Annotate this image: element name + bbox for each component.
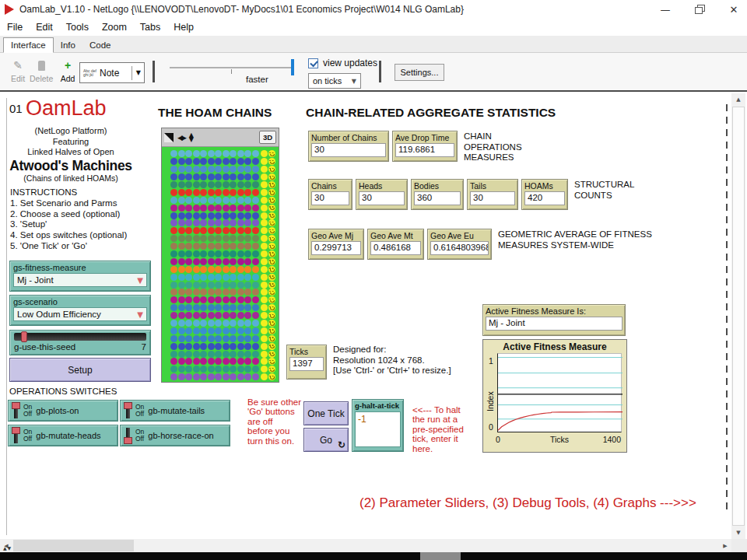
hoam-body-dot	[230, 296, 237, 303]
monitor-hoams: HOAMs420	[521, 179, 568, 210]
resize-horizontal-icon[interactable]: ◀▶	[177, 134, 185, 142]
widget-type-dropdown[interactable]: Abc def ghi jkl Note ▼	[79, 62, 145, 83]
switch-toggle[interactable]	[124, 402, 132, 419]
switch-handle[interactable]	[12, 427, 20, 434]
hoam-body-dot	[170, 266, 177, 273]
chooser-value[interactable]: Low Odum Efficiency▼	[13, 307, 147, 321]
horizontal-scrollbar[interactable]: ◀ ▶	[0, 539, 731, 552]
resize-diagonal-icon[interactable]	[164, 133, 174, 142]
chooser-value[interactable]: Mj - Joint▼	[13, 273, 147, 287]
slider-g-use-this-seed[interactable]: g-use-this-seed 7	[9, 330, 151, 355]
switch-gb-horse-race-on[interactable]: OnOffgb-horse-race-on	[120, 425, 230, 446]
hoam-head-dot	[261, 181, 268, 188]
resize-vertical-icon[interactable]: ▲▼	[189, 133, 194, 142]
minimize-button[interactable]: —	[658, 4, 672, 16]
hoam-body-dot	[230, 304, 237, 311]
slider-track[interactable]	[14, 333, 146, 341]
hoam-body-dot	[215, 189, 222, 196]
speed-slider-handle[interactable]	[291, 59, 294, 75]
update-mode-select[interactable]: on ticks ▼	[308, 73, 361, 89]
input-value[interactable]: -1	[355, 411, 401, 447]
hoam-smiley-dot	[268, 219, 275, 226]
monitor-ave-drop-time: Ave Drop Time119.6861	[392, 131, 458, 162]
hoam-body-dot	[230, 205, 237, 212]
hoam-body-dot	[223, 219, 230, 226]
switch-gb-plots-on[interactable]: OnOffgb-plots-on	[8, 400, 118, 422]
hoam-smiley-dot	[268, 358, 275, 365]
speed-slider-track[interactable]	[170, 67, 294, 68]
hoam-body-dot	[193, 312, 200, 319]
hoam-body-dot	[215, 243, 222, 250]
vertical-scroll-thumb[interactable]	[732, 107, 745, 526]
splitter-arrows-icon[interactable]: ▲▼	[3, 545, 12, 551]
chooser-gs-fitness-measure[interactable]: gs-fitness-measureMj - Joint▼	[9, 261, 151, 292]
monitor-value: Mj - Joint	[486, 317, 622, 331]
hoam-head-dot	[261, 373, 268, 380]
switch-handle[interactable]	[124, 402, 132, 409]
switch-toggle[interactable]	[12, 427, 20, 444]
hoam-body-dot	[178, 158, 185, 165]
view-3d-button[interactable]: 3D	[259, 131, 276, 144]
view-updates-checkbox[interactable]	[308, 58, 318, 68]
monitor-value: 0.61648039680	[430, 241, 489, 255]
switch-handle[interactable]	[12, 402, 20, 409]
menu-tabs[interactable]: Tabs	[140, 22, 160, 33]
hoam-chain-row	[170, 320, 279, 327]
menu-zoom[interactable]: Zoom	[102, 22, 127, 33]
hoam-body-dot	[223, 296, 230, 303]
go-button[interactable]: Go ↻	[303, 428, 349, 452]
hoam-body-dot	[244, 343, 251, 350]
hoam-head-dot	[261, 173, 268, 180]
hoam-body-dot	[252, 327, 259, 334]
switch-toggle[interactable]	[12, 402, 20, 419]
hoam-body-dot	[193, 212, 200, 219]
menu-help[interactable]: Help	[174, 22, 194, 33]
hoam-body-dot	[230, 320, 237, 327]
edit-widget-button[interactable]: ✎ Edit	[6, 58, 30, 83]
hoam-body-dot	[200, 189, 207, 196]
hoam-smiley-dot	[268, 327, 275, 334]
horizontal-scroll-thumb[interactable]	[13, 540, 134, 551]
close-button[interactable]: ✕	[727, 4, 741, 16]
switch-gb-mutate-tails[interactable]: OnOffgb-mutate-tails	[120, 400, 230, 422]
world-view[interactable]: ◀▶ ▲▼ 3D	[161, 128, 279, 383]
plot-title: Active Fitness Measure	[483, 341, 626, 352]
tab-code[interactable]: Code	[82, 38, 118, 52]
switch-gb-mutate-heads[interactable]: OnOffgb-mutate-heads	[8, 425, 118, 446]
hoam-body-dot	[223, 335, 230, 342]
hoam-body-dot	[178, 343, 185, 350]
chooser-selected-option: Mj - Joint	[17, 275, 54, 285]
tab-info[interactable]: Info	[54, 38, 82, 52]
hoam-body-dot	[252, 250, 259, 257]
input-g-halt-at-tick[interactable]: g-halt-at-tick -1	[352, 399, 404, 452]
switch-name: gb-mutate-tails	[148, 406, 205, 415]
hoam-body-dot	[178, 320, 185, 327]
chooser-gs-scenario[interactable]: gs-scenarioLow Odum Efficiency▼	[9, 295, 151, 326]
slider-handle[interactable]	[21, 331, 27, 342]
scroll-up-arrow[interactable]: ▲	[731, 93, 745, 106]
vertical-scrollbar[interactable]: ▲ ▼	[731, 93, 745, 539]
add-widget-button[interactable]: + Add	[56, 58, 79, 83]
chevron-down-icon: ▼	[137, 310, 143, 319]
menu-tools[interactable]: Tools	[66, 22, 89, 33]
hoam-head-dot	[261, 335, 268, 342]
restore-button[interactable]	[693, 5, 707, 14]
settings-button[interactable]: Settings...	[395, 64, 444, 81]
hoam-head-dot	[261, 219, 268, 226]
switch-handle[interactable]	[124, 437, 132, 444]
setup-button[interactable]: Setup	[9, 358, 151, 382]
hoam-head-dot	[261, 266, 268, 273]
hoam-body-dot	[208, 366, 215, 373]
one-tick-button[interactable]: One Tick	[303, 401, 349, 425]
menu-edit[interactable]: Edit	[36, 22, 53, 33]
hoam-body-dot	[208, 197, 215, 204]
hoam-body-dot	[237, 181, 244, 188]
menu-file[interactable]: File	[7, 22, 23, 33]
scroll-right-arrow[interactable]: ▶	[719, 539, 731, 552]
delete-widget-button[interactable]: Delete	[30, 58, 53, 83]
hoam-body-dot	[185, 173, 192, 180]
switch-toggle[interactable]	[124, 427, 132, 444]
scroll-down-arrow[interactable]: ▼	[731, 527, 745, 539]
tab-interface[interactable]: Interface	[3, 37, 54, 53]
hoam-body-dot	[252, 243, 259, 250]
